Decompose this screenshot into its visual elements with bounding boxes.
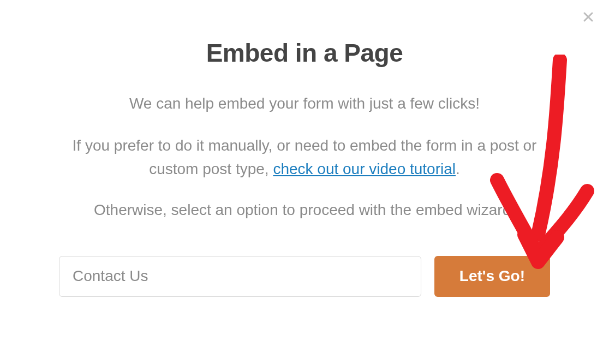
manual-paragraph: If you prefer to do it manually, or need… — [53, 134, 556, 181]
close-icon — [583, 10, 594, 25]
modal-title: Embed in a Page — [53, 38, 556, 68]
page-name-input[interactable] — [59, 256, 421, 297]
video-tutorial-link[interactable]: check out our video tutorial — [273, 160, 456, 177]
input-row: Let's Go! — [59, 240, 550, 297]
lets-go-button[interactable]: Let's Go! — [434, 256, 550, 297]
manual-suffix-text: . — [456, 160, 460, 177]
otherwise-paragraph: Otherwise, select an option to proceed w… — [53, 198, 556, 222]
modal-subtitle: We can help embed your form with just a … — [53, 93, 556, 115]
embed-modal: Embed in a Page We can help embed your f… — [53, 0, 556, 297]
close-button[interactable] — [581, 10, 596, 25]
